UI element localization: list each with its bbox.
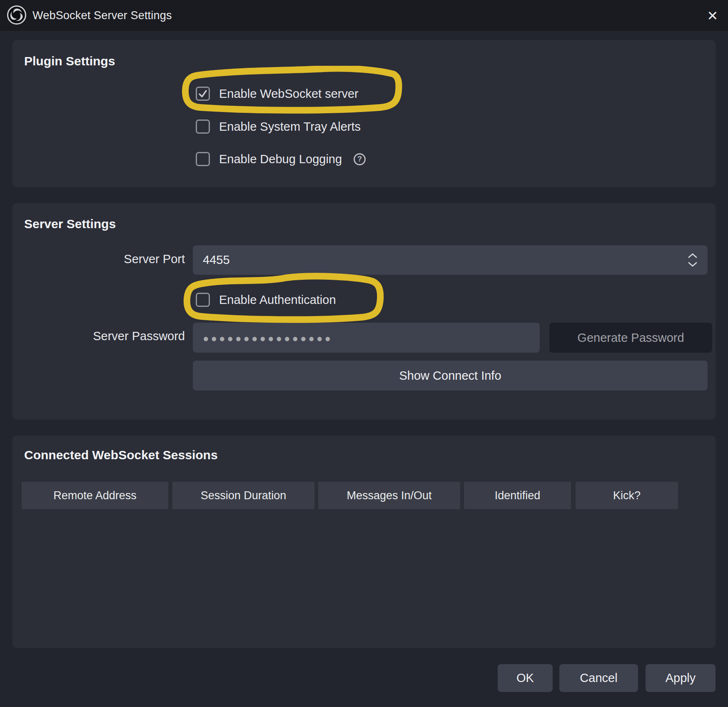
window-title: WebSocket Server Settings xyxy=(32,0,172,31)
server-port-label: Server Port xyxy=(12,252,185,266)
generate-password-button[interactable]: Generate Password xyxy=(549,323,712,353)
close-icon[interactable]: ✕ xyxy=(703,6,722,25)
server-port-value: 4455 xyxy=(203,253,230,267)
checkbox-unchecked[interactable] xyxy=(196,293,210,307)
plugin-settings-group: Plugin Settings Enable WebSocket server … xyxy=(12,40,716,187)
connected-sessions-group: Connected WebSocket Sessions Remote Addr… xyxy=(12,436,716,648)
enable-authentication-checkbox[interactable]: Enable Authentication xyxy=(196,293,336,307)
cancel-button[interactable]: Cancel xyxy=(559,664,638,692)
password-masked-value: ●●●●●●●●●●●●●●●● xyxy=(203,332,333,344)
server-port-spinner xyxy=(684,245,701,275)
column-header-remote-address[interactable]: Remote Address xyxy=(22,482,168,509)
spin-down-button[interactable] xyxy=(687,262,698,268)
sessions-table-empty-area xyxy=(22,515,678,635)
title-bar[interactable]: WebSocket Server Settings ✕ xyxy=(0,0,728,31)
enable-system-tray-alerts-checkbox[interactable]: Enable System Tray Alerts xyxy=(196,119,361,134)
column-header-session-duration[interactable]: Session Duration xyxy=(172,482,314,509)
show-connect-info-button[interactable]: Show Connect Info xyxy=(193,361,708,391)
enable-websocket-server-checkbox[interactable]: Enable WebSocket server xyxy=(196,87,359,101)
checkbox-checked[interactable] xyxy=(196,87,210,101)
server-settings-heading: Server Settings xyxy=(24,217,116,231)
ok-button[interactable]: OK xyxy=(498,664,553,692)
checkmark-icon xyxy=(198,89,208,99)
chevron-down-icon xyxy=(688,262,698,267)
server-port-input[interactable]: 4455 xyxy=(193,245,708,275)
checkbox-label: Enable Debug Logging xyxy=(219,152,342,166)
checkbox-label: Enable WebSocket server xyxy=(219,87,359,101)
plugin-settings-heading: Plugin Settings xyxy=(24,54,115,68)
column-header-messages-in-out[interactable]: Messages In/Out xyxy=(318,482,460,509)
chevron-up-icon xyxy=(688,253,698,258)
help-icon: ? xyxy=(354,153,366,165)
checkbox-label: Enable Authentication xyxy=(219,293,336,307)
server-settings-group: Server Settings Server Port 4455 Enable … xyxy=(12,203,716,420)
checkbox-unchecked[interactable] xyxy=(196,119,210,134)
enable-debug-logging-checkbox[interactable]: Enable Debug Logging ? xyxy=(196,152,366,166)
column-header-kick[interactable]: Kick? xyxy=(576,482,678,509)
obs-logo-icon xyxy=(7,5,27,25)
server-password-label: Server Password xyxy=(12,329,185,343)
connected-sessions-heading: Connected WebSocket Sessions xyxy=(24,448,218,462)
apply-button[interactable]: Apply xyxy=(646,664,716,692)
spin-up-button[interactable] xyxy=(687,253,698,259)
checkbox-label: Enable System Tray Alerts xyxy=(219,120,361,134)
column-header-identified[interactable]: Identified xyxy=(464,482,571,509)
checkbox-unchecked[interactable] xyxy=(196,152,210,166)
server-password-input[interactable]: ●●●●●●●●●●●●●●●● xyxy=(193,323,540,353)
